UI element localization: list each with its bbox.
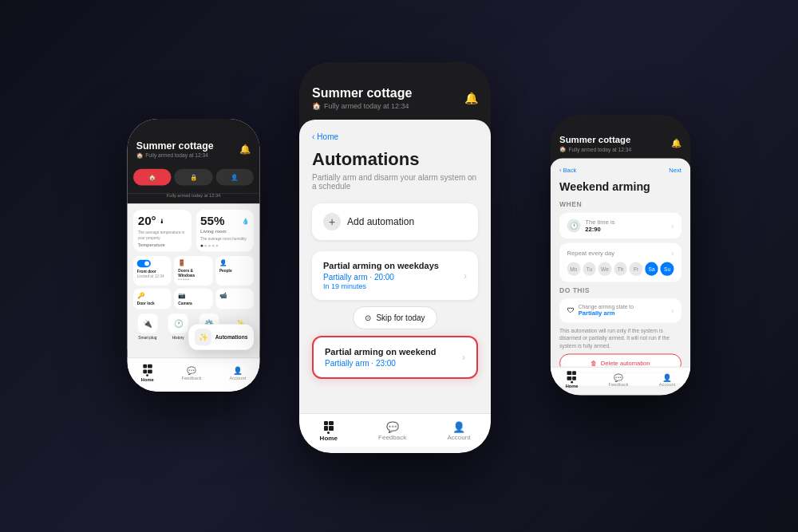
right-phone: Summer cottage 🏠 Fully armed today at 12… [551,115,691,396]
clock-icon: 🕐 [567,219,581,232]
right-subtitle: 🏠 Fully armed today at 12:34 [559,146,631,152]
center-account-icon: 👤 [452,421,465,433]
left-nav-feedback[interactable]: 💬 Feedback [182,366,202,380]
day-su[interactable]: Su [661,262,674,276]
home-icon-small: 🏠 [136,152,144,159]
skip-today-button[interactable]: ⊙ Skip for today [353,306,437,329]
repeat-card[interactable]: Repeat every day › Mo Tu We Th Fr Sa Su [559,243,681,282]
action-chevron: › [671,306,674,314]
menu-smart-plug[interactable]: 🔌 Smart plug [133,313,162,339]
time-condition-card[interactable]: 🕐 The time is 22:90 › [559,213,681,238]
right-bell-icon[interactable]: 🔔 [671,139,681,148]
time-chevron: › [671,222,674,230]
center-phone: Summer cottage 🏠 Fully armed today at 12… [299,62,491,453]
device-doors-windows[interactable]: 🚪 Doors & Windows • • • • • [175,256,213,286]
warning-text: This automation will run only if the sys… [559,327,681,349]
add-circle-icon: + [323,213,341,231]
right-nav-account[interactable]: 👤 Account [659,373,676,387]
right-nav-feedback[interactable]: 💬 Feedback [609,373,629,387]
do-this-section-label: Do this [559,286,681,294]
automations-popup-icon: ✨ [195,329,211,345]
right-title: Summer cottage [559,135,631,145]
center-content: ‹ Home Automations Partially arm and dis… [299,120,491,447]
left-subtitle: 🏠 Fully armed today at 12:34 [136,152,214,159]
device-people[interactable]: 👤 People [215,256,254,286]
arm-buttons-row: 🏠 🔒 👤 [127,164,259,193]
right-chevron-left: ‹ [559,167,562,175]
right-page-title: Weekend arming [559,180,681,193]
left-phone: Summer cottage 🏠 Fully armed today at 12… [127,119,259,392]
repeat-chevron: › [671,249,674,257]
humidity-dots [200,245,249,247]
right-account-icon: 👤 [662,373,671,381]
lock-icon: 🔑 [137,293,168,300]
left-phone-screen: Summer cottage 🏠 Fully armed today at 12… [127,119,259,392]
left-notch [164,119,224,136]
weather-row: 20° 🌡 The average temperature in your pr… [133,210,254,251]
left-nav-home[interactable]: Home [141,365,154,382]
center-back-link[interactable]: ‹ Home [312,132,478,141]
center-nav-feedback[interactable]: 💬 Feedback [378,421,406,441]
left-bottom-nav: Home 💬 Feedback 👤 Account [127,357,259,392]
humidity-card: 55% 💧 Living room The average room humid… [196,210,254,251]
right-bottom-nav: Home 💬 Feedback 👤 Account [551,367,691,396]
center-nav-account[interactable]: 👤 Account [447,421,470,441]
camera-icon: 📷 [178,293,208,300]
right-feedback-icon: 💬 [614,373,622,381]
right-next-link[interactable]: Next [669,167,681,175]
center-bottom-nav: Home 💬 Feedback 👤 Account [299,413,491,453]
left-nav-account[interactable]: 👤 Account [230,366,247,380]
when-section-label: When [559,201,681,209]
device-camera[interactable]: 📷 Camera [175,289,213,309]
right-nav-home[interactable]: Home [566,371,579,388]
action-card[interactable]: 🛡 Change arming state to Partially arm › [559,298,681,322]
center-page-title: Automations [312,149,478,170]
center-home-grid-icon [324,421,334,431]
day-th[interactable]: Th [614,262,627,276]
history-icon: 🕐 [168,313,188,333]
center-phone-screen: Summer cottage 🏠 Fully armed today at 12… [299,62,491,453]
center-subtitle: 🏠 Fully armed today at 12:34 [312,102,412,110]
device-video[interactable]: 📹 [215,289,254,309]
right-back-link[interactable]: ‹ Back [559,167,576,175]
toggle-front-door[interactable] [137,260,151,268]
center-bell-icon[interactable]: 🔔 [464,92,478,104]
right-back-nav: ‹ Back Next [559,167,681,175]
home-grid-icon [143,365,152,373]
automations-popup[interactable]: ✨ Automations [189,324,254,349]
automation-weekend-chevron: › [462,352,465,363]
left-bell-icon[interactable]: 🔔 [239,144,251,154]
chevron-left-icon: ‹ [312,132,314,141]
plug-icon: 🔌 [137,313,157,333]
skip-icon: ⊙ [365,313,371,322]
day-fr[interactable]: Fr [630,262,643,276]
video-icon: 📹 [219,293,250,300]
add-automation-button[interactable]: + Add automation [312,203,478,240]
right-content: ‹ Back Next Weekend arming When 🕐 The ti… [551,158,691,385]
arm-btn-night[interactable]: 👤 [215,169,254,186]
center-nav-home[interactable]: Home [320,421,338,442]
right-home-grid-icon [567,371,576,380]
arm-btn-away[interactable]: 🔒 [175,169,213,186]
center-title: Summer cottage [312,86,412,100]
device-door-lock[interactable]: 🔑 Door lock [133,289,172,309]
center-page-subtitle: Partially arm and disarm your alarm syst… [312,173,478,191]
automation-weekdays-chevron: › [464,270,467,282]
right-notch [591,115,651,132]
arm-btn-home[interactable]: 🏠 [133,169,172,186]
automation-weekdays-card[interactable]: Partial arming on weekdays Partially arm… [312,251,478,300]
device-grid: Front door Locked at 12:34 🚪 Doors & Win… [133,256,254,309]
left-title: Summer cottage [136,140,214,152]
center-feedback-icon: 💬 [386,421,399,433]
right-home-icon: 🏠 [559,146,567,152]
device-front-door[interactable]: Front door Locked at 12:34 [133,256,172,286]
day-we[interactable]: We [598,262,612,276]
feedback-icon: 💬 [187,366,196,374]
day-tu[interactable]: Tu [583,262,596,276]
day-sa[interactable]: Sa [645,262,658,276]
armed-status-text: Fully armed today at 12:34 [127,193,259,203]
door-icon: 🚪 [178,260,208,267]
day-mo[interactable]: Mo [567,262,581,276]
automation-weekend-card[interactable]: Partial arming on weekend Partially arm … [312,336,478,379]
temperature-card: 20° 🌡 The average temperature in your pr… [133,210,192,251]
